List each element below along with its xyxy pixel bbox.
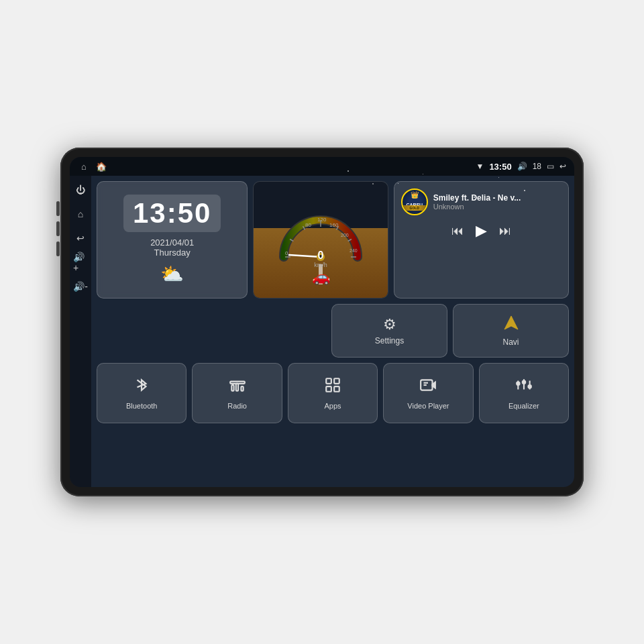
apps-icon bbox=[324, 376, 341, 398]
equalizer-card[interactable]: Equalizer bbox=[479, 363, 569, 423]
navi-icon bbox=[503, 315, 519, 335]
svg-rect-24 bbox=[334, 386, 339, 392]
power-icon[interactable]: ⏻ bbox=[73, 182, 88, 197]
apps-label: Apps bbox=[324, 402, 341, 410]
radio-card[interactable]: Radio bbox=[192, 363, 282, 423]
svg-rect-23 bbox=[326, 386, 331, 392]
side-button-3[interactable] bbox=[56, 241, 60, 256]
equalizer-label: Equalizer bbox=[508, 402, 539, 410]
navi-card[interactable]: Navi bbox=[453, 304, 569, 358]
radio-icon bbox=[229, 376, 246, 398]
svg-text:160: 160 bbox=[329, 222, 339, 228]
settings-label: Settings bbox=[375, 336, 404, 345]
volume-value: 18 bbox=[533, 162, 541, 171]
volume-up-icon[interactable]: 🔊+ bbox=[73, 255, 88, 270]
screen: ⌂ 🏠 ▼ 13:50 🔊 18 ▭ ↩ ⏻ ⌂ ↩ 🔊+ 🔊- bbox=[70, 157, 574, 487]
svg-text:120: 120 bbox=[317, 217, 327, 223]
top-row: 13:50 2021/04/01 Thursday ⛅ 🚗 bbox=[97, 181, 569, 299]
back-sidebar-icon[interactable]: ↩ bbox=[73, 231, 88, 246]
house-icon[interactable]: 🏠 bbox=[95, 160, 107, 172]
status-left: ⌂ 🏠 bbox=[78, 160, 107, 172]
mid-spacer bbox=[97, 304, 326, 358]
speed-number: 0 bbox=[314, 250, 327, 262]
crown-icon: 👑 bbox=[411, 191, 419, 199]
video-label: Video Player bbox=[407, 402, 449, 410]
mid-row: ⚙ Settings Navi bbox=[97, 304, 569, 358]
svg-text:240: 240 bbox=[350, 248, 358, 253]
weather-icon: ⛅ bbox=[160, 263, 184, 285]
bluetooth-label: Bluetooth bbox=[126, 402, 157, 410]
bluetooth-card[interactable]: Bluetooth bbox=[97, 363, 186, 423]
music-title: Smiley ft. Delia - Ne v... bbox=[433, 193, 561, 203]
music-info: Smiley ft. Delia - Ne v... Unknown bbox=[433, 193, 561, 211]
speed-unit: km/h bbox=[314, 262, 327, 268]
prev-button[interactable]: ⏮ bbox=[451, 224, 464, 238]
left-sidebar: ⏻ ⌂ ↩ 🔊+ 🔊- bbox=[70, 176, 91, 487]
status-bar: ⌂ 🏠 ▼ 13:50 🔊 18 ▭ ↩ bbox=[70, 157, 574, 176]
speedometer-widget: 🚗 bbox=[253, 181, 388, 299]
status-time: 13:50 bbox=[489, 162, 511, 172]
svg-text:80: 80 bbox=[305, 222, 311, 228]
equalizer-icon bbox=[515, 376, 533, 398]
svg-point-32 bbox=[523, 381, 525, 384]
svg-text:0: 0 bbox=[285, 250, 288, 256]
music-top: 👑 CARFU GOLD Smiley ft. Delia - Ne v... … bbox=[401, 189, 561, 215]
music-widget: 👑 CARFU GOLD Smiley ft. Delia - Ne v... … bbox=[394, 181, 569, 299]
home-sidebar-icon[interactable]: ⌂ bbox=[73, 207, 88, 221]
wifi-icon: ▼ bbox=[476, 162, 484, 171]
settings-icon: ⚙ bbox=[383, 316, 396, 333]
status-right: ▼ 13:50 🔊 18 ▭ ↩ bbox=[476, 162, 567, 172]
battery-icon: ▭ bbox=[547, 162, 554, 171]
clock-day: Thursday bbox=[154, 248, 191, 258]
music-artist: Unknown bbox=[433, 203, 561, 211]
navi-label: Navi bbox=[502, 337, 519, 347]
svg-point-34 bbox=[528, 385, 531, 388]
svg-point-30 bbox=[517, 382, 519, 385]
side-buttons bbox=[56, 201, 60, 256]
side-button-1[interactable] bbox=[56, 201, 60, 216]
svg-rect-21 bbox=[326, 378, 331, 384]
video-icon bbox=[419, 376, 437, 398]
speed-value: 0 km/h bbox=[314, 250, 327, 268]
gauge-container: 0 80 120 160 200 240 bbox=[277, 207, 364, 274]
svg-text:200: 200 bbox=[341, 233, 349, 237]
side-button-2[interactable] bbox=[56, 221, 60, 236]
svg-rect-20 bbox=[241, 386, 243, 391]
clock-date: 2021/04/01 bbox=[150, 237, 194, 248]
clock-widget: 13:50 2021/04/01 Thursday ⛅ bbox=[97, 181, 248, 299]
music-logo: 👑 CARFU GOLD bbox=[401, 189, 428, 215]
settings-card[interactable]: ⚙ Settings bbox=[331, 304, 447, 358]
svg-rect-25 bbox=[421, 380, 433, 390]
svg-rect-19 bbox=[235, 384, 237, 391]
clock-time: 13:50 bbox=[123, 195, 221, 232]
radio-label: Radio bbox=[227, 402, 247, 410]
speaker-icon: 🔊 bbox=[517, 162, 527, 171]
car-head-unit: ⌂ 🏠 ▼ 13:50 🔊 18 ▭ ↩ ⏻ ⌂ ↩ 🔊+ 🔊- bbox=[60, 148, 584, 496]
back-icon[interactable]: ↩ bbox=[559, 162, 566, 171]
apps-card[interactable]: Apps bbox=[288, 363, 378, 423]
next-button[interactable]: ⏭ bbox=[499, 224, 511, 238]
svg-marker-16 bbox=[504, 316, 518, 329]
home-icon[interactable]: ⌂ bbox=[78, 160, 90, 172]
gold-ribbon: GOLD bbox=[402, 205, 427, 211]
video-card[interactable]: Video Player bbox=[383, 363, 473, 423]
svg-rect-18 bbox=[231, 385, 233, 391]
main-content: 13:50 2021/04/01 Thursday ⛅ 🚗 bbox=[91, 176, 574, 429]
svg-rect-22 bbox=[334, 378, 339, 384]
volume-down-icon[interactable]: 🔊- bbox=[73, 279, 88, 294]
music-controls: ⏮ ▶ ⏭ bbox=[401, 222, 561, 239]
bottom-row: Bluetooth Radio bbox=[97, 363, 569, 423]
play-button[interactable]: ▶ bbox=[476, 222, 487, 239]
bluetooth-icon bbox=[133, 376, 150, 398]
